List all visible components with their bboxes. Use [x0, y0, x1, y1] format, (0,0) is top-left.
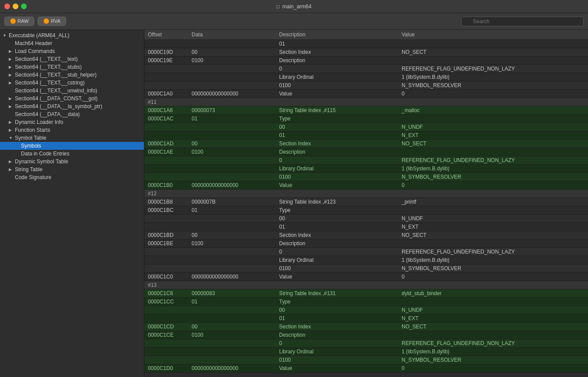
- cell-description: Library Ordinal: [276, 73, 398, 81]
- sidebar-item-section64_text_cstring[interactable]: ▶Section64 (__TEXT,__cstring): [0, 79, 144, 87]
- arrow-icon: ▶: [9, 167, 15, 172]
- cell-data: 0000000000000000: [188, 364, 276, 373]
- sidebar-item-label: Section64 (__TEXT,__stubs): [15, 64, 82, 70]
- table-row: 0000C1D00000000000000000Value0: [144, 364, 588, 373]
- sidebar-item-dataincodeentries[interactable]: Data in Code Entries: [0, 150, 144, 158]
- cell-value: [398, 148, 588, 156]
- table-row: 0100N_SYMBOL_RESOLVER: [144, 81, 588, 90]
- cell-description: Description: [276, 56, 398, 65]
- cell-value: N_SYMBOL_RESOLVER: [398, 173, 588, 181]
- cell-data: 0100: [188, 240, 276, 248]
- cell-value: N_SYMBOL_RESOLVER: [398, 356, 588, 364]
- cell-description: String Table Index ,#131: [276, 289, 398, 298]
- cell-data: [188, 348, 276, 356]
- sidebar-item-label: Data in Code Entries: [21, 151, 70, 157]
- cell-description: 00: [276, 215, 398, 223]
- cell-data: 00000073: [188, 106, 276, 115]
- table-row: 0000C1BE0100Description: [144, 240, 588, 248]
- sidebar-item-codesignature[interactable]: Code Signature: [0, 173, 144, 181]
- sidebar-item-stringtable[interactable]: ▶String Table: [0, 166, 144, 173]
- sidebar-item-label: Symbol Table: [15, 135, 46, 141]
- cell-description: Section Index: [276, 48, 398, 56]
- cell-data: 00: [188, 231, 276, 240]
- cell-description: Type: [276, 206, 398, 215]
- cell-description: 0: [276, 339, 398, 348]
- cell-value: N_SYMBOL_RESOLVER: [398, 81, 588, 90]
- cell-data: [188, 248, 276, 256]
- cell-offset: [144, 156, 188, 165]
- cell-value: [398, 331, 588, 339]
- sidebar-item-section64_text_stub_helper[interactable]: ▶Section64 (__TEXT,__stub_helper): [0, 71, 144, 79]
- cell-offset: [144, 173, 188, 181]
- cell-data: [188, 314, 276, 323]
- table-row: 0000C1CE0100Description: [144, 331, 588, 339]
- sidebar-item-mach64header[interactable]: Mach64 Header: [0, 39, 144, 47]
- cell-offset: [144, 40, 188, 48]
- sidebar-item-executable[interactable]: ▼Executable (ARM64_ALL): [0, 32, 144, 39]
- sidebar-item-functionstarts[interactable]: ▶Function Starts: [0, 126, 144, 134]
- arrow-icon: ▶: [9, 128, 15, 132]
- main-area: ▼Executable (ARM64_ALL)Mach64 Header▶Loa…: [0, 30, 588, 377]
- sidebar-item-section64_text_unwind_info[interactable]: Section64 (__TEXT,__unwind_info): [0, 87, 144, 95]
- cell-value: _printf: [398, 198, 588, 206]
- header-description: Description: [276, 30, 398, 40]
- data-table: Offset Data Description Value 010000C19D…: [144, 30, 588, 373]
- sidebar-item-section64_text_stubs[interactable]: ▶Section64 (__TEXT,__stubs): [0, 63, 144, 71]
- cell-offset: 0000C1BE: [144, 240, 188, 248]
- cell-description: 01: [276, 314, 398, 323]
- window-icon: □: [276, 4, 280, 10]
- sidebar-item-section64_text_text[interactable]: ▶Section64 (__TEXT,__text): [0, 55, 144, 63]
- cell-data: [188, 123, 276, 131]
- cell-value: [398, 298, 588, 306]
- cell-data: 0100: [188, 148, 276, 156]
- cell-offset: 0000C19D: [144, 48, 188, 56]
- sidebar-item-dynamicloaderinfo[interactable]: ▶Dynamic Loader Info: [0, 118, 144, 126]
- sidebar-item-section64_data_data[interactable]: Section64 (__DATA,__data): [0, 110, 144, 118]
- sidebar-item-section64_data_const_got[interactable]: ▶Section64 (__DATA_CONST,__got): [0, 95, 144, 102]
- rva-button[interactable]: 🟠 RVA: [38, 17, 66, 26]
- sidebar-item-symbols[interactable]: Symbols: [0, 142, 144, 150]
- cell-value: N_EXT: [398, 314, 588, 323]
- minimize-button[interactable]: [13, 4, 18, 9]
- sidebar-item-loadcommands[interactable]: ▶Load Commands: [0, 47, 144, 55]
- cell-offset: 0000C1AC: [144, 115, 188, 123]
- cell-offset: [144, 314, 188, 323]
- raw-button[interactable]: 🟠 RAW: [4, 17, 34, 26]
- table-row: #11: [144, 98, 588, 106]
- cell-value: [398, 56, 588, 65]
- sidebar-item-symboltable[interactable]: ▼Symbol Table: [0, 134, 144, 142]
- cell-description: Library Ordinal: [276, 256, 398, 264]
- table-header-row: Offset Data Description Value: [144, 30, 588, 40]
- content-panel[interactable]: Offset Data Description Value 010000C19D…: [144, 30, 588, 377]
- sidebar-item-label: Section64 (__DATA,__la_symbol_ptr): [15, 103, 102, 109]
- arrow-icon: ▶: [9, 65, 15, 69]
- sidebar-item-section64_data_la_symbol_ptr[interactable]: ▶Section64 (__DATA,__la_symbol_ptr): [0, 102, 144, 110]
- group-label: #11: [144, 98, 588, 106]
- cell-data: 00: [188, 48, 276, 56]
- sidebar-item-dynamicsymboltable[interactable]: ▶Dynamic Symbol Table: [0, 158, 144, 166]
- cell-offset: 0000C1D0: [144, 364, 188, 373]
- close-button[interactable]: [4, 4, 10, 9]
- sidebar-item-label: Load Commands: [15, 48, 55, 54]
- cell-value: 1 (libSystem.B.dylib): [398, 165, 588, 173]
- table-row: 0000C19D00Section IndexNO_SECT: [144, 48, 588, 56]
- cell-offset: 0000C1C0: [144, 273, 188, 281]
- window-title: □ main_arm64: [276, 4, 312, 10]
- table-row: 0000C1B00000000000000000Value0: [144, 181, 588, 190]
- cell-description: 0100: [276, 173, 398, 181]
- cell-data: [188, 173, 276, 181]
- table-row: 0100N_SYMBOL_RESOLVER: [144, 264, 588, 273]
- cell-value: [398, 240, 588, 248]
- table-row: 01N_EXT: [144, 314, 588, 323]
- cell-offset: [144, 65, 188, 73]
- cell-description: Library Ordinal: [276, 348, 398, 356]
- cell-description: Value: [276, 181, 398, 190]
- cell-data: 0000000000000000: [188, 273, 276, 281]
- cell-value: N_EXT: [398, 223, 588, 231]
- cell-description: 01: [276, 223, 398, 231]
- search-input[interactable]: [461, 17, 584, 26]
- maximize-button[interactable]: [21, 4, 27, 9]
- cell-value: N_EXT: [398, 131, 588, 140]
- cell-offset: 0000C1CE: [144, 331, 188, 339]
- sidebar-item-label: Function Starts: [15, 127, 50, 133]
